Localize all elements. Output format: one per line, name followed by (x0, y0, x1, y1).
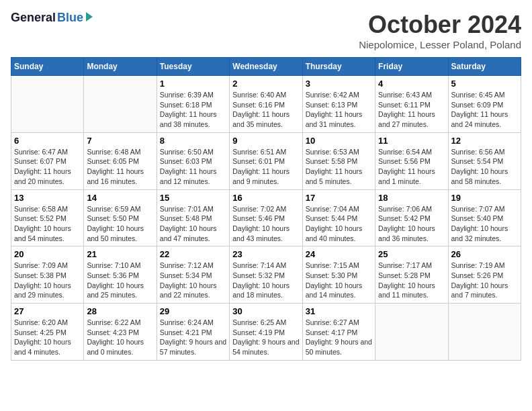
day-header-friday: Friday (375, 58, 448, 76)
day-info: Sunrise: 6:27 AMSunset: 4:17 PMDaylight:… (306, 318, 372, 357)
day-number: 26 (451, 249, 518, 259)
calendar-cell: 7Sunrise: 6:48 AMSunset: 6:05 PMDaylight… (84, 132, 157, 189)
day-info: Sunrise: 6:54 AMSunset: 5:56 PMDaylight:… (378, 147, 445, 187)
day-number: 22 (160, 249, 226, 259)
calendar-cell: 3Sunrise: 6:42 AMSunset: 6:13 PMDaylight… (302, 76, 375, 133)
day-number: 1 (160, 79, 226, 89)
calendar-cell: 14Sunrise: 6:59 AMSunset: 5:50 PMDayligh… (84, 189, 157, 246)
day-number: 31 (306, 306, 372, 316)
day-header-tuesday: Tuesday (157, 58, 229, 76)
calendar-table: SundayMondayTuesdayWednesdayThursdayFrid… (11, 57, 521, 361)
calendar-cell: 2Sunrise: 6:40 AMSunset: 6:16 PMDaylight… (230, 76, 302, 133)
day-header-wednesday: Wednesday (230, 58, 302, 76)
calendar-cell: 10Sunrise: 6:53 AMSunset: 5:58 PMDayligh… (302, 132, 375, 189)
calendar-week-row: 6Sunrise: 6:47 AMSunset: 6:07 PMDaylight… (11, 132, 521, 189)
calendar-cell: 6Sunrise: 6:47 AMSunset: 6:07 PMDaylight… (11, 132, 84, 189)
day-info: Sunrise: 6:59 AMSunset: 5:50 PMDaylight:… (87, 204, 153, 244)
calendar-cell (448, 304, 521, 361)
calendar-cell (11, 76, 84, 133)
logo-blue-text: Blue (57, 11, 83, 25)
day-info: Sunrise: 7:19 AMSunset: 5:26 PMDaylight:… (451, 261, 518, 300)
day-number: 10 (306, 136, 372, 146)
calendar-cell: 21Sunrise: 7:10 AMSunset: 5:36 PMDayligh… (84, 246, 157, 304)
day-info: Sunrise: 6:42 AMSunset: 6:13 PMDaylight:… (306, 90, 372, 130)
calendar-cell: 16Sunrise: 7:02 AMSunset: 5:46 PMDayligh… (230, 189, 302, 246)
day-info: Sunrise: 6:53 AMSunset: 5:58 PMDaylight:… (306, 147, 372, 187)
day-header-thursday: Thursday (302, 58, 375, 76)
day-number: 15 (160, 193, 226, 203)
calendar-cell: 12Sunrise: 6:56 AMSunset: 5:54 PMDayligh… (448, 132, 521, 189)
day-header-saturday: Saturday (448, 58, 521, 76)
calendar-cell: 8Sunrise: 6:50 AMSunset: 6:03 PMDaylight… (157, 132, 229, 189)
day-info: Sunrise: 6:50 AMSunset: 6:03 PMDaylight:… (160, 147, 226, 187)
day-number: 6 (14, 136, 81, 146)
day-number: 25 (378, 249, 445, 259)
day-number: 24 (306, 249, 372, 259)
day-info: Sunrise: 6:48 AMSunset: 6:05 PMDaylight:… (87, 147, 153, 187)
calendar-cell: 23Sunrise: 7:14 AMSunset: 5:32 PMDayligh… (230, 246, 302, 304)
calendar-cell: 24Sunrise: 7:15 AMSunset: 5:30 PMDayligh… (302, 246, 375, 304)
day-info: Sunrise: 7:04 AMSunset: 5:44 PMDaylight:… (306, 204, 372, 244)
calendar-body: 1Sunrise: 6:39 AMSunset: 6:18 PMDaylight… (11, 76, 521, 361)
day-number: 8 (160, 136, 226, 146)
day-info: Sunrise: 7:06 AMSunset: 5:42 PMDaylight:… (378, 204, 445, 244)
calendar-cell: 22Sunrise: 7:12 AMSunset: 5:34 PMDayligh… (157, 246, 229, 304)
day-number: 4 (378, 79, 445, 89)
day-number: 20 (14, 249, 81, 259)
day-number: 7 (87, 136, 153, 146)
logo-arrow-icon (86, 12, 93, 21)
day-info: Sunrise: 7:01 AMSunset: 5:48 PMDaylight:… (160, 204, 226, 244)
day-number: 3 (306, 79, 372, 89)
day-number: 27 (14, 306, 81, 316)
day-info: Sunrise: 6:43 AMSunset: 6:11 PMDaylight:… (378, 90, 445, 130)
day-info: Sunrise: 7:14 AMSunset: 5:32 PMDaylight:… (232, 261, 299, 300)
day-number: 21 (87, 249, 153, 259)
day-info: Sunrise: 7:17 AMSunset: 5:28 PMDaylight:… (378, 261, 445, 300)
calendar-cell: 18Sunrise: 7:06 AMSunset: 5:42 PMDayligh… (375, 189, 448, 246)
calendar-cell: 9Sunrise: 6:51 AMSunset: 6:01 PMDaylight… (230, 132, 302, 189)
day-header-monday: Monday (84, 58, 157, 76)
day-number: 12 (451, 136, 518, 146)
calendar-cell: 26Sunrise: 7:19 AMSunset: 5:26 PMDayligh… (448, 246, 521, 304)
day-info: Sunrise: 6:24 AMSunset: 4:21 PMDaylight:… (160, 318, 226, 357)
day-info: Sunrise: 7:10 AMSunset: 5:36 PMDaylight:… (87, 261, 153, 300)
day-info: Sunrise: 7:15 AMSunset: 5:30 PMDaylight:… (306, 261, 372, 300)
day-number: 23 (232, 249, 299, 259)
location-text: Niepolomice, Lesser Poland, Poland (359, 39, 521, 50)
calendar-cell: 28Sunrise: 6:22 AMSunset: 4:23 PMDayligh… (84, 304, 157, 361)
day-info: Sunrise: 7:02 AMSunset: 5:46 PMDaylight:… (232, 204, 299, 244)
calendar-cell: 29Sunrise: 6:24 AMSunset: 4:21 PMDayligh… (157, 304, 229, 361)
day-info: Sunrise: 6:56 AMSunset: 5:54 PMDaylight:… (451, 147, 518, 187)
page-header: General Blue October 2024 Niepolomice, L… (11, 11, 521, 50)
calendar-week-row: 27Sunrise: 6:20 AMSunset: 4:25 PMDayligh… (11, 304, 521, 361)
calendar-cell: 11Sunrise: 6:54 AMSunset: 5:56 PMDayligh… (375, 132, 448, 189)
calendar-cell: 13Sunrise: 6:58 AMSunset: 5:52 PMDayligh… (11, 189, 84, 246)
calendar-cell (375, 304, 448, 361)
day-number: 17 (306, 193, 372, 203)
day-info: Sunrise: 6:25 AMSunset: 4:19 PMDaylight:… (232, 318, 299, 357)
day-number: 14 (87, 193, 153, 203)
calendar-cell: 31Sunrise: 6:27 AMSunset: 4:17 PMDayligh… (302, 304, 375, 361)
day-info: Sunrise: 6:47 AMSunset: 6:07 PMDaylight:… (14, 147, 81, 187)
day-info: Sunrise: 6:22 AMSunset: 4:23 PMDaylight:… (87, 318, 153, 357)
month-title: October 2024 (359, 11, 521, 39)
day-number: 28 (87, 306, 153, 316)
day-info: Sunrise: 7:09 AMSunset: 5:38 PMDaylight:… (14, 261, 81, 300)
day-number: 5 (451, 79, 518, 89)
day-number: 18 (378, 193, 445, 203)
calendar-cell: 25Sunrise: 7:17 AMSunset: 5:28 PMDayligh… (375, 246, 448, 304)
day-number: 2 (232, 79, 299, 89)
day-info: Sunrise: 7:07 AMSunset: 5:40 PMDaylight:… (451, 204, 518, 244)
day-info: Sunrise: 6:20 AMSunset: 4:25 PMDaylight:… (14, 318, 81, 357)
day-number: 11 (378, 136, 445, 146)
calendar-cell: 20Sunrise: 7:09 AMSunset: 5:38 PMDayligh… (11, 246, 84, 304)
calendar-cell: 5Sunrise: 6:45 AMSunset: 6:09 PMDaylight… (448, 76, 521, 133)
day-number: 19 (451, 193, 518, 203)
calendar-cell: 27Sunrise: 6:20 AMSunset: 4:25 PMDayligh… (11, 304, 84, 361)
day-number: 9 (232, 136, 299, 146)
calendar-cell: 1Sunrise: 6:39 AMSunset: 6:18 PMDaylight… (157, 76, 229, 133)
calendar-cell: 17Sunrise: 7:04 AMSunset: 5:44 PMDayligh… (302, 189, 375, 246)
day-number: 29 (160, 306, 226, 316)
logo-general-text: General (11, 11, 56, 25)
day-number: 13 (14, 193, 81, 203)
